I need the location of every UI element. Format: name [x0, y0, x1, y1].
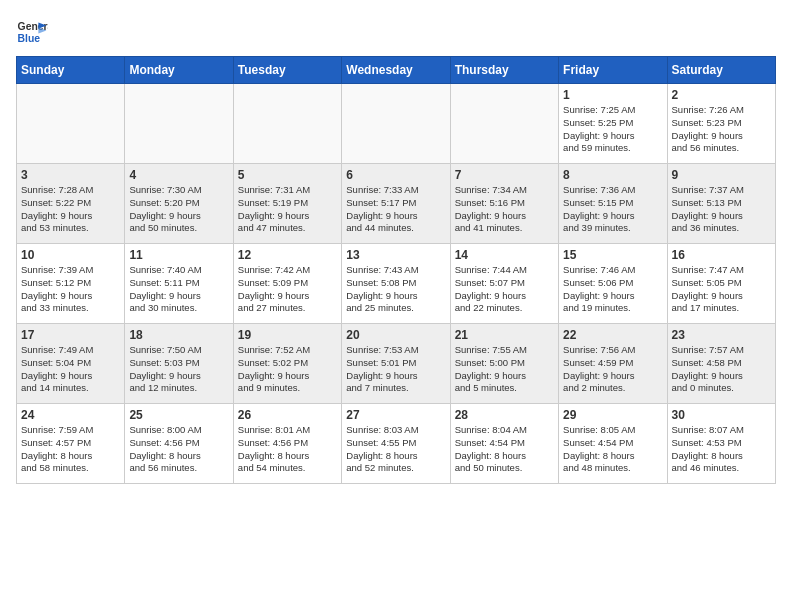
calendar-week-row: 24Sunrise: 7:59 AM Sunset: 4:57 PM Dayli… [17, 404, 776, 484]
calendar-week-row: 10Sunrise: 7:39 AM Sunset: 5:12 PM Dayli… [17, 244, 776, 324]
page-header: General Blue [16, 16, 776, 48]
calendar-cell [125, 84, 233, 164]
day-number: 22 [563, 328, 662, 342]
day-info: Sunrise: 7:57 AM Sunset: 4:58 PM Dayligh… [672, 344, 771, 395]
day-info: Sunrise: 7:43 AM Sunset: 5:08 PM Dayligh… [346, 264, 445, 315]
calendar-cell: 17Sunrise: 7:49 AM Sunset: 5:04 PM Dayli… [17, 324, 125, 404]
day-number: 21 [455, 328, 554, 342]
day-info: Sunrise: 7:39 AM Sunset: 5:12 PM Dayligh… [21, 264, 120, 315]
day-number: 7 [455, 168, 554, 182]
day-number: 16 [672, 248, 771, 262]
calendar-week-row: 1Sunrise: 7:25 AM Sunset: 5:25 PM Daylig… [17, 84, 776, 164]
day-info: Sunrise: 8:01 AM Sunset: 4:56 PM Dayligh… [238, 424, 337, 475]
day-number: 6 [346, 168, 445, 182]
day-of-week-header: Wednesday [342, 57, 450, 84]
day-number: 27 [346, 408, 445, 422]
day-info: Sunrise: 7:55 AM Sunset: 5:00 PM Dayligh… [455, 344, 554, 395]
day-number: 8 [563, 168, 662, 182]
calendar-cell: 1Sunrise: 7:25 AM Sunset: 5:25 PM Daylig… [559, 84, 667, 164]
calendar-cell: 29Sunrise: 8:05 AM Sunset: 4:54 PM Dayli… [559, 404, 667, 484]
day-info: Sunrise: 7:42 AM Sunset: 5:09 PM Dayligh… [238, 264, 337, 315]
calendar-cell: 18Sunrise: 7:50 AM Sunset: 5:03 PM Dayli… [125, 324, 233, 404]
calendar-table: SundayMondayTuesdayWednesdayThursdayFrid… [16, 56, 776, 484]
calendar-cell [450, 84, 558, 164]
calendar-cell: 2Sunrise: 7:26 AM Sunset: 5:23 PM Daylig… [667, 84, 775, 164]
day-info: Sunrise: 7:33 AM Sunset: 5:17 PM Dayligh… [346, 184, 445, 235]
day-info: Sunrise: 7:36 AM Sunset: 5:15 PM Dayligh… [563, 184, 662, 235]
day-info: Sunrise: 7:52 AM Sunset: 5:02 PM Dayligh… [238, 344, 337, 395]
calendar-cell: 14Sunrise: 7:44 AM Sunset: 5:07 PM Dayli… [450, 244, 558, 324]
day-number: 11 [129, 248, 228, 262]
calendar-cell [233, 84, 341, 164]
logo: General Blue [16, 16, 48, 48]
day-number: 25 [129, 408, 228, 422]
calendar-header-row: SundayMondayTuesdayWednesdayThursdayFrid… [17, 57, 776, 84]
day-info: Sunrise: 7:47 AM Sunset: 5:05 PM Dayligh… [672, 264, 771, 315]
day-info: Sunrise: 8:04 AM Sunset: 4:54 PM Dayligh… [455, 424, 554, 475]
day-info: Sunrise: 7:46 AM Sunset: 5:06 PM Dayligh… [563, 264, 662, 315]
calendar-cell: 22Sunrise: 7:56 AM Sunset: 4:59 PM Dayli… [559, 324, 667, 404]
day-number: 19 [238, 328, 337, 342]
calendar-cell: 25Sunrise: 8:00 AM Sunset: 4:56 PM Dayli… [125, 404, 233, 484]
calendar-cell: 13Sunrise: 7:43 AM Sunset: 5:08 PM Dayli… [342, 244, 450, 324]
day-info: Sunrise: 7:40 AM Sunset: 5:11 PM Dayligh… [129, 264, 228, 315]
calendar-cell: 24Sunrise: 7:59 AM Sunset: 4:57 PM Dayli… [17, 404, 125, 484]
day-info: Sunrise: 8:00 AM Sunset: 4:56 PM Dayligh… [129, 424, 228, 475]
day-number: 2 [672, 88, 771, 102]
day-info: Sunrise: 7:37 AM Sunset: 5:13 PM Dayligh… [672, 184, 771, 235]
day-number: 20 [346, 328, 445, 342]
day-info: Sunrise: 7:49 AM Sunset: 5:04 PM Dayligh… [21, 344, 120, 395]
day-info: Sunrise: 7:34 AM Sunset: 5:16 PM Dayligh… [455, 184, 554, 235]
calendar-cell: 30Sunrise: 8:07 AM Sunset: 4:53 PM Dayli… [667, 404, 775, 484]
day-info: Sunrise: 8:05 AM Sunset: 4:54 PM Dayligh… [563, 424, 662, 475]
day-number: 9 [672, 168, 771, 182]
calendar-cell: 8Sunrise: 7:36 AM Sunset: 5:15 PM Daylig… [559, 164, 667, 244]
calendar-cell: 20Sunrise: 7:53 AM Sunset: 5:01 PM Dayli… [342, 324, 450, 404]
day-of-week-header: Friday [559, 57, 667, 84]
day-info: Sunrise: 7:31 AM Sunset: 5:19 PM Dayligh… [238, 184, 337, 235]
day-number: 12 [238, 248, 337, 262]
calendar-cell [342, 84, 450, 164]
day-of-week-header: Tuesday [233, 57, 341, 84]
day-info: Sunrise: 7:56 AM Sunset: 4:59 PM Dayligh… [563, 344, 662, 395]
day-number: 3 [21, 168, 120, 182]
day-number: 10 [21, 248, 120, 262]
calendar-cell: 7Sunrise: 7:34 AM Sunset: 5:16 PM Daylig… [450, 164, 558, 244]
calendar-week-row: 17Sunrise: 7:49 AM Sunset: 5:04 PM Dayli… [17, 324, 776, 404]
day-info: Sunrise: 8:07 AM Sunset: 4:53 PM Dayligh… [672, 424, 771, 475]
day-of-week-header: Thursday [450, 57, 558, 84]
day-info: Sunrise: 8:03 AM Sunset: 4:55 PM Dayligh… [346, 424, 445, 475]
day-number: 17 [21, 328, 120, 342]
day-info: Sunrise: 7:50 AM Sunset: 5:03 PM Dayligh… [129, 344, 228, 395]
day-info: Sunrise: 7:26 AM Sunset: 5:23 PM Dayligh… [672, 104, 771, 155]
calendar-cell: 4Sunrise: 7:30 AM Sunset: 5:20 PM Daylig… [125, 164, 233, 244]
day-info: Sunrise: 7:59 AM Sunset: 4:57 PM Dayligh… [21, 424, 120, 475]
day-of-week-header: Monday [125, 57, 233, 84]
svg-text:Blue: Blue [18, 33, 41, 44]
calendar-cell: 9Sunrise: 7:37 AM Sunset: 5:13 PM Daylig… [667, 164, 775, 244]
day-info: Sunrise: 7:25 AM Sunset: 5:25 PM Dayligh… [563, 104, 662, 155]
day-number: 28 [455, 408, 554, 422]
calendar-cell: 15Sunrise: 7:46 AM Sunset: 5:06 PM Dayli… [559, 244, 667, 324]
day-info: Sunrise: 7:30 AM Sunset: 5:20 PM Dayligh… [129, 184, 228, 235]
day-number: 18 [129, 328, 228, 342]
calendar-cell [17, 84, 125, 164]
calendar-cell: 16Sunrise: 7:47 AM Sunset: 5:05 PM Dayli… [667, 244, 775, 324]
day-number: 1 [563, 88, 662, 102]
calendar-cell: 5Sunrise: 7:31 AM Sunset: 5:19 PM Daylig… [233, 164, 341, 244]
day-number: 4 [129, 168, 228, 182]
day-number: 26 [238, 408, 337, 422]
day-number: 30 [672, 408, 771, 422]
calendar-cell: 21Sunrise: 7:55 AM Sunset: 5:00 PM Dayli… [450, 324, 558, 404]
day-of-week-header: Sunday [17, 57, 125, 84]
calendar-cell: 19Sunrise: 7:52 AM Sunset: 5:02 PM Dayli… [233, 324, 341, 404]
day-of-week-header: Saturday [667, 57, 775, 84]
calendar-cell: 6Sunrise: 7:33 AM Sunset: 5:17 PM Daylig… [342, 164, 450, 244]
calendar-cell: 28Sunrise: 8:04 AM Sunset: 4:54 PM Dayli… [450, 404, 558, 484]
calendar-cell: 10Sunrise: 7:39 AM Sunset: 5:12 PM Dayli… [17, 244, 125, 324]
calendar-cell: 12Sunrise: 7:42 AM Sunset: 5:09 PM Dayli… [233, 244, 341, 324]
day-info: Sunrise: 7:53 AM Sunset: 5:01 PM Dayligh… [346, 344, 445, 395]
calendar-week-row: 3Sunrise: 7:28 AM Sunset: 5:22 PM Daylig… [17, 164, 776, 244]
logo-icon: General Blue [16, 16, 48, 48]
day-number: 29 [563, 408, 662, 422]
